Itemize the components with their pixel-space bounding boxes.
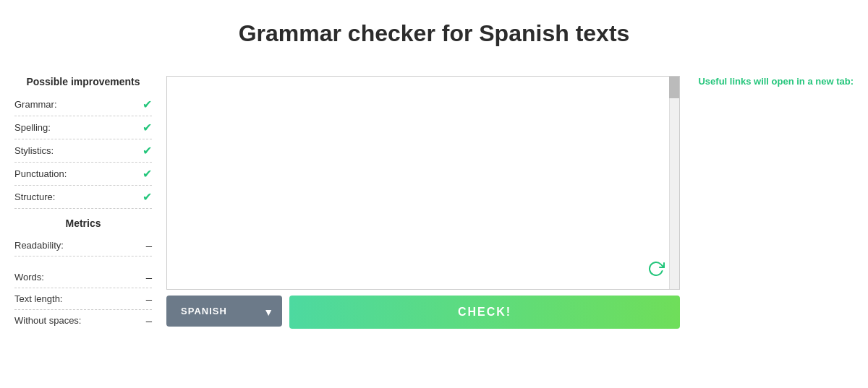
words-value: – — [146, 271, 152, 283]
text-input[interactable] — [167, 77, 679, 286]
grammar-row: Grammar: ✔ — [14, 93, 152, 116]
text-length-value: – — [146, 293, 152, 305]
without-spaces-label: Without spaces: — [14, 315, 82, 326]
readability-value: – — [146, 239, 152, 251]
scrollbar-thumb[interactable] — [669, 77, 679, 98]
text-length-row: Text length: – — [14, 288, 152, 310]
scrollbar-track[interactable] — [669, 77, 679, 289]
useful-links-label: Useful links will open in a new tab: — [694, 76, 854, 87]
stylistics-check-icon: ✔ — [142, 144, 152, 158]
words-row: Words: – — [14, 267, 152, 288]
metrics-title: Metrics — [14, 217, 152, 229]
improvements-title: Possible improvements — [14, 76, 152, 87]
stylistics-label: Stylistics: — [14, 145, 54, 156]
readability-row: Readability: – — [14, 235, 152, 256]
grammar-label: Grammar: — [14, 99, 57, 110]
punctuation-label: Punctuation: — [14, 168, 67, 179]
metrics-section: Metrics Readability: – Words: – Text len… — [14, 217, 152, 331]
page-title: Grammar checker for Spanish texts — [0, 0, 868, 76]
without-spaces-row: Without spaces: – — [14, 310, 152, 331]
refresh-icon[interactable] — [647, 260, 665, 282]
stylistics-row: Stylistics: ✔ — [14, 139, 152, 163]
bottom-controls: SPANISH ENGLISH FRENCH GERMAN ▼ CHECK! — [166, 296, 680, 329]
structure-row: Structure: ✔ — [14, 186, 152, 209]
spelling-label: Spelling: — [14, 122, 51, 133]
structure-label: Structure: — [14, 191, 55, 202]
spelling-check-icon: ✔ — [142, 121, 152, 134]
check-button[interactable]: CHECK! — [289, 296, 680, 329]
spelling-row: Spelling: ✔ — [14, 116, 152, 139]
language-select-wrapper: SPANISH ENGLISH FRENCH GERMAN ▼ — [166, 296, 282, 329]
structure-check-icon: ✔ — [142, 190, 152, 204]
grammar-check-icon: ✔ — [142, 98, 152, 111]
without-spaces-value: – — [146, 314, 152, 327]
readability-label: Readability: — [14, 240, 64, 251]
punctuation-check-icon: ✔ — [142, 167, 152, 181]
punctuation-row: Punctuation: ✔ — [14, 163, 152, 186]
left-panel: Possible improvements Grammar: ✔ Spellin… — [7, 76, 159, 331]
center-panel: SPANISH ENGLISH FRENCH GERMAN ▼ CHECK! — [159, 76, 687, 331]
words-label: Words: — [14, 272, 44, 283]
right-panel: Useful links will open in a new tab: — [687, 76, 861, 331]
main-content: Possible improvements Grammar: ✔ Spellin… — [0, 76, 868, 331]
text-length-label: Text length: — [14, 293, 63, 304]
language-select[interactable]: SPANISH ENGLISH FRENCH GERMAN — [166, 296, 282, 327]
textarea-wrapper — [166, 76, 680, 290]
